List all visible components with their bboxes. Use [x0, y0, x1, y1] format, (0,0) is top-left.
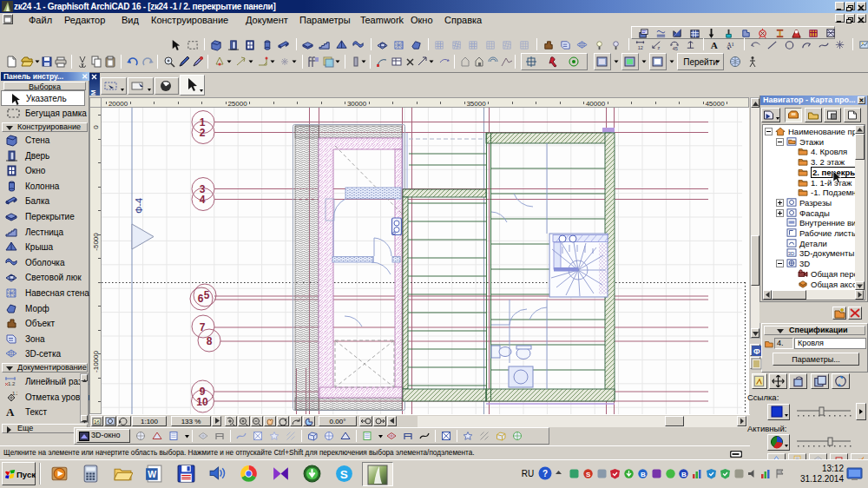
svg-text:W: W	[148, 470, 156, 479]
svg-text:45: 45	[672, 46, 677, 51]
svg-text:1.2: 1.2	[8, 381, 16, 386]
svg-text:B: B	[681, 471, 687, 478]
svg-text:S: S	[586, 471, 591, 478]
svg-text:A: A	[710, 40, 717, 50]
svg-text:12: 12	[637, 45, 642, 50]
svg-text:2: 2	[200, 127, 206, 139]
svg-text:z: z	[657, 45, 660, 50]
svg-text:4: 4	[200, 194, 206, 206]
svg-text:Ф: Ф	[753, 347, 760, 356]
svg-text:Ф-4: Ф-4	[134, 198, 144, 214]
svg-text:3D: 3D	[788, 251, 794, 256]
svg-text:A: A	[6, 406, 15, 419]
svg-text:10: 10	[196, 396, 208, 408]
svg-text:1.2: 1.2	[12, 391, 17, 396]
svg-text:5: 5	[204, 289, 210, 301]
svg-text:S: S	[339, 468, 347, 481]
svg-text:?: ?	[542, 469, 548, 478]
svg-text:8: 8	[207, 335, 213, 347]
svg-text:B: B	[641, 471, 646, 478]
svg-text:6: 6	[198, 293, 204, 305]
svg-text:1б: 1б	[94, 419, 100, 425]
svg-text:7: 7	[200, 321, 206, 333]
